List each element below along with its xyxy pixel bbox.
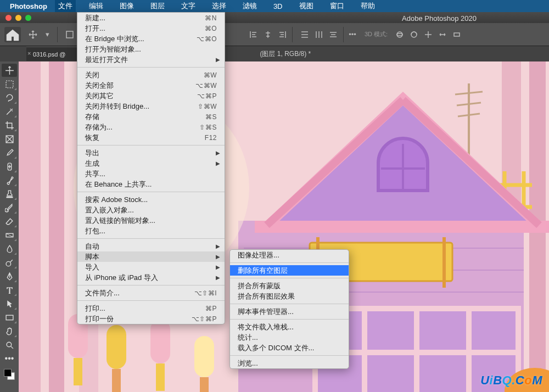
close-tab-icon[interactable]: × — [27, 50, 31, 57]
file-menu-item[interactable]: 关闭并转到 Bridge...⇧⌘W — [77, 101, 225, 111]
file-menu-item[interactable]: 打开为智能对象... — [77, 44, 225, 54]
move-tool-icon[interactable] — [26, 28, 40, 41]
menu-window[interactable]: 窗口 — [327, 0, 348, 12]
file-menu-item[interactable]: 打印一份⌥⇧⌘P — [77, 313, 225, 324]
script-menu-item[interactable]: 拼合所有蒙版 — [230, 281, 349, 291]
file-menu-item[interactable]: 恢复F12 — [77, 132, 225, 143]
magic-wand-tool[interactable] — [2, 105, 17, 118]
script-menu-item[interactable]: 统计... — [230, 332, 349, 343]
script-menu-item[interactable]: 将文件载入堆栈... — [230, 322, 349, 332]
align-left-icon[interactable] — [247, 28, 260, 41]
menu-item-label: 拼合所有图层效果 — [238, 292, 341, 301]
file-menu-item[interactable]: 文件简介...⌥⇧⌘I — [77, 288, 225, 298]
menu-type[interactable]: 文字 — [178, 0, 199, 12]
file-menu-item[interactable]: 置入嵌入对象... — [77, 205, 225, 215]
blur-tool[interactable] — [2, 242, 17, 255]
script-menu-item[interactable]: 浏览... — [230, 358, 349, 368]
file-menu-item[interactable]: 打包... — [77, 226, 225, 236]
menu-file[interactable]: 文件 — [55, 0, 76, 12]
distribute-v-icon[interactable] — [312, 28, 326, 41]
3d-pan-icon[interactable] — [422, 28, 435, 41]
script-menu-item[interactable]: 脚本事件管理器... — [230, 306, 349, 317]
marquee-tool[interactable] — [2, 77, 17, 91]
menu-view[interactable]: 视图 — [296, 0, 317, 12]
frame-tool[interactable] — [2, 132, 17, 145]
brush-tool[interactable] — [2, 173, 17, 187]
file-menu-item[interactable]: 存储⌘S — [77, 111, 225, 122]
rectangle-tool[interactable] — [2, 311, 17, 324]
file-menu-item[interactable]: 打印...⌘P — [77, 303, 225, 313]
menu-item-label: 在 Behance 上共享... — [85, 180, 217, 189]
move-tool[interactable] — [2, 64, 17, 77]
file-menu-item[interactable]: 共享... — [77, 169, 225, 179]
menu-select[interactable]: 选择 — [209, 0, 229, 12]
chevron-down-icon[interactable]: ▾ — [41, 28, 54, 41]
menu-3d[interactable]: 3D — [270, 1, 286, 12]
file-menu-item[interactable]: 打开...⌘O — [77, 23, 225, 33]
shortcut-label: ⌥⌘W — [195, 82, 217, 89]
menu-layer[interactable]: 图层 — [147, 0, 168, 12]
file-menu-item[interactable]: 在 Behance 上共享... — [77, 179, 225, 189]
minimize-icon[interactable] — [15, 15, 21, 21]
app-name[interactable]: Photoshop — [10, 2, 47, 10]
svg-rect-53 — [156, 363, 165, 391]
file-menu-item[interactable]: 导入▶ — [77, 262, 225, 272]
file-menu-item[interactable]: 导出▶ — [77, 148, 225, 158]
zoom-tool[interactable] — [2, 338, 17, 351]
file-menu-item[interactable]: 生成▶ — [77, 158, 225, 169]
hand-tool[interactable] — [2, 324, 17, 338]
file-menu-item[interactable]: 脚本▶ — [77, 251, 225, 262]
close-icon[interactable] — [5, 15, 12, 21]
file-menu-item[interactable]: 从 iPhone 或 iPad 导入▶ — [77, 272, 225, 283]
file-menu-item[interactable]: 置入链接的智能对象... — [77, 215, 225, 226]
file-menu-item[interactable]: 自动▶ — [77, 241, 225, 251]
file-menu-item[interactable]: 关闭⌘W — [77, 70, 225, 80]
pen-tool[interactable] — [2, 270, 17, 283]
distribute-bottom-icon[interactable] — [327, 28, 340, 41]
menu-item-label: 将文件载入堆栈... — [238, 322, 341, 332]
align-center-h-icon[interactable] — [261, 28, 274, 41]
type-tool[interactable] — [2, 283, 17, 296]
file-menu-item[interactable]: 在 Bridge 中浏览...⌥⌘O — [77, 33, 225, 44]
3d-roll-icon[interactable] — [407, 28, 421, 41]
align-right-icon[interactable] — [276, 28, 289, 41]
3d-scale-icon[interactable] — [450, 28, 463, 41]
file-menu-item[interactable]: 关闭其它⌥⌘P — [77, 91, 225, 101]
3d-orbit-icon[interactable] — [393, 28, 406, 41]
healing-tool[interactable] — [2, 160, 17, 173]
script-menu-item[interactable]: 载入多个 DICOM 文件... — [230, 343, 349, 353]
edit-toolbar-icon[interactable]: ••• — [2, 352, 17, 365]
menu-image[interactable]: 图像 — [116, 0, 137, 12]
auto-select-checkbox[interactable] — [63, 28, 76, 41]
script-menu-item[interactable]: 拼合所有图层效果 — [230, 291, 349, 301]
stamp-tool[interactable] — [2, 187, 17, 200]
menu-filter[interactable]: 滤镜 — [239, 0, 260, 12]
crop-tool[interactable] — [2, 119, 17, 132]
lasso-tool[interactable] — [2, 91, 17, 104]
eraser-tool[interactable] — [2, 215, 17, 228]
home-button[interactable] — [4, 27, 21, 42]
file-menu-item[interactable]: 最近打开文件▶ — [77, 54, 225, 65]
file-menu-item[interactable]: 搜索 Adobe Stock... — [77, 194, 225, 205]
history-brush-tool[interactable] — [2, 201, 17, 214]
eyedropper-tool[interactable] — [2, 146, 17, 159]
menu-edit[interactable]: 编辑 — [86, 0, 107, 12]
svg-rect-54 — [194, 336, 214, 377]
document-tab[interactable]: × 0316.psd @ — [26, 47, 79, 61]
menu-help[interactable]: 帮助 — [357, 0, 378, 12]
file-menu-item[interactable]: 新建...⌘N — [77, 13, 225, 23]
3d-slide-icon[interactable] — [436, 28, 449, 41]
menu-item-label: 打开为智能对象... — [85, 44, 217, 54]
script-menu-item[interactable]: 图像处理器... — [230, 250, 349, 260]
distribute-top-icon[interactable] — [298, 28, 311, 41]
dodge-tool[interactable] — [2, 256, 17, 269]
path-select-tool[interactable] — [2, 297, 17, 310]
file-menu-item[interactable]: 存储为...⇧⌘S — [77, 122, 225, 132]
more-icon[interactable]: ••• — [346, 28, 359, 41]
gradient-tool[interactable] — [2, 228, 17, 242]
maximize-icon[interactable] — [25, 15, 31, 21]
color-swatch[interactable] — [4, 369, 15, 380]
file-menu-item[interactable]: 关闭全部⌥⌘W — [77, 80, 225, 91]
menu-item-label: 文件简介... — [85, 288, 194, 298]
script-menu-item[interactable]: 删除所有空图层 — [230, 265, 349, 276]
